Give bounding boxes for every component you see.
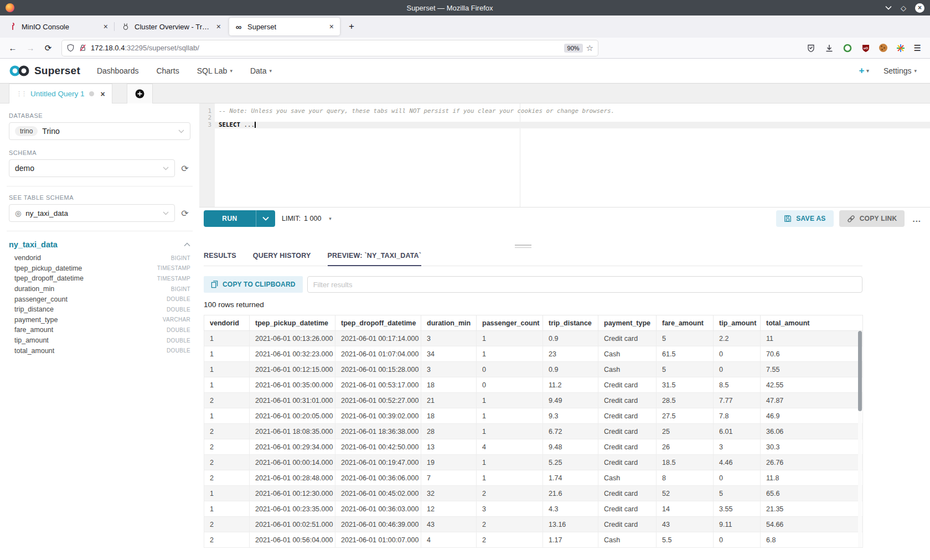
query-tab-active[interactable]: ⋮⋮ Untitled Query 1 × [9, 84, 112, 103]
table-cell: 3 [421, 362, 477, 377]
table-cell: Credit card [598, 501, 657, 517]
new-item-button[interactable]: +▾ [859, 65, 869, 76]
column-header-passenger-count[interactable]: passenger_count [477, 315, 543, 331]
results-tab-query-history[interactable]: QUERY HISTORY [253, 252, 311, 266]
column-header-duration-min[interactable]: duration_min [421, 315, 477, 331]
browser-tabstrip: MinIO Console×Cluster Overview - Trino×∞… [0, 15, 930, 38]
link-icon [847, 215, 855, 223]
panel-resize-handle[interactable] [515, 245, 531, 250]
new-tab-button[interactable]: + [344, 19, 359, 34]
multi-account-extension-icon[interactable] [896, 43, 906, 53]
table-column-row: duration_minBIGINT [9, 284, 190, 294]
table-row: 12021-06-01 00:23:35.0002021-06-01 00:36… [204, 501, 863, 517]
column-header-trip-distance[interactable]: trip_distance [543, 315, 598, 331]
superset-logo[interactable]: Superset [9, 65, 80, 77]
editor-code[interactable]: -- Note: Unless you save your query, the… [215, 103, 930, 207]
column-header-total-amount[interactable]: total_amount [761, 315, 863, 331]
run-options-chevron-icon[interactable] [256, 210, 275, 227]
collapse-chevron-icon[interactable] [184, 242, 190, 247]
save-as-button[interactable]: SAVE AS [776, 210, 833, 227]
nav-item-label: SQL Lab [197, 66, 228, 75]
drag-handle-icon[interactable]: ⋮⋮ [16, 90, 26, 97]
table-row: 12021-06-01 00:12:15.0002021-06-01 00:15… [204, 362, 863, 377]
nav-item-label: Dashboards [97, 66, 139, 75]
results-tab-preview-ny-taxi-data[interactable]: PREVIEW: `NY_TAXI_DATA` [328, 252, 422, 266]
table-cell: 6.01 [714, 424, 761, 439]
run-button-label[interactable]: RUN [204, 210, 256, 227]
trino-favicon [121, 22, 130, 31]
ublock-icon[interactable]: uO [861, 43, 871, 53]
table-schema-select[interactable]: ◎ ny_taxi_data [9, 204, 175, 222]
add-query-tab-button[interactable] [127, 84, 153, 103]
close-tab-icon[interactable]: × [328, 22, 335, 31]
url-text[interactable]: 172.18.0.4:32295/superset/sqllab/ [91, 44, 561, 52]
column-header-fare-amount[interactable]: fare_amount [657, 315, 714, 331]
sql-editor[interactable]: 123 -- Note: Unless you save your query,… [199, 103, 930, 208]
table-cell: 2021-06-01 00:32:23.000 [250, 346, 335, 362]
schema-select[interactable]: demo [9, 159, 175, 177]
table-cell: 21.6 [543, 486, 598, 501]
bookmark-star-icon[interactable]: ☆ [586, 43, 593, 53]
nav-item-sql-lab[interactable]: SQL Lab▾ [188, 59, 241, 83]
table-cell: 4.46 [714, 455, 761, 470]
table-cell: 0 [477, 362, 543, 377]
table-cell: Credit card [598, 424, 657, 439]
column-header-vendorid[interactable]: vendorid [204, 315, 250, 331]
nav-item-dashboards[interactable]: Dashboards [88, 59, 148, 83]
column-header-tpep-pickup-datetime[interactable]: tpep_pickup_datetime [250, 315, 335, 331]
table-cell: Cash [598, 470, 657, 486]
downloads-icon[interactable] [824, 43, 834, 53]
window-close-icon[interactable]: × [915, 3, 924, 13]
sql-text: ... [240, 121, 255, 128]
settings-menu[interactable]: Settings▾ [884, 66, 917, 75]
page-zoom-badge[interactable]: 90% [564, 44, 583, 53]
reload-icon[interactable]: ⟳ [41, 41, 55, 55]
window-maximize-icon[interactable]: ◇ [901, 4, 906, 12]
table-scrollbar-thumb[interactable] [858, 331, 862, 411]
column-header-tpep-dropoff-datetime[interactable]: tpep_dropoff_datetime [335, 315, 421, 331]
window-minimize-icon[interactable] [885, 6, 892, 10]
table-cell: 0.9 [543, 362, 598, 377]
column-header-tip-amount[interactable]: tip_amount [714, 315, 761, 331]
superset-navbar: Superset DashboardsChartsSQL Lab▾Data▾ +… [0, 59, 930, 84]
url-bar[interactable]: 172.18.0.4:32295/superset/sqllab/ 90% ☆ [62, 40, 598, 56]
table-cell: 11.2 [543, 377, 598, 393]
close-tab-icon[interactable]: × [102, 22, 109, 31]
nav-item-data[interactable]: Data▾ [241, 59, 281, 83]
browser-tab-cluster-overview-trino[interactable]: Cluster Overview - Trino× [116, 18, 227, 35]
limit-dropdown[interactable]: LIMIT: 1 000 ▾ [282, 215, 332, 222]
refresh-schema-icon[interactable]: ⟳ [179, 163, 190, 174]
back-icon[interactable]: ← [6, 41, 20, 55]
tracking-shield-icon[interactable] [66, 44, 75, 52]
column-header-payment-type[interactable]: payment_type [598, 315, 657, 331]
database-select[interactable]: trino Trino [9, 122, 190, 140]
browser-tab-superset[interactable]: ∞Superset× [229, 18, 340, 35]
table-name-link[interactable]: ny_taxi_data [9, 240, 58, 249]
run-button[interactable]: RUN [204, 210, 275, 227]
table-cell: 2021-06-01 00:19:47.000 [335, 455, 421, 470]
table-cell: 7.8 [714, 408, 761, 424]
refresh-table-icon[interactable]: ⟳ [179, 208, 190, 219]
table-cell: 9.48 [543, 439, 598, 455]
close-tab-icon[interactable]: × [215, 22, 222, 31]
table-cell: 32 [421, 486, 477, 501]
nav-item-charts[interactable]: Charts [147, 59, 188, 83]
browser-toolbar: ← → ⟳ 172.18.0.4:32295/superset/sqllab/ … [0, 38, 930, 59]
filter-results-input[interactable] [307, 276, 862, 293]
results-tab-results[interactable]: RESULTS [204, 252, 236, 266]
chevron-down-icon: ▾ [329, 216, 332, 221]
ghostery-extension-icon[interactable] [843, 43, 852, 53]
table-cell: 8.5 [714, 377, 761, 393]
pocket-shield-icon[interactable] [806, 43, 816, 53]
table-cell: 26.76 [761, 455, 863, 470]
close-query-tab-icon[interactable]: × [101, 90, 105, 98]
insecure-lock-icon[interactable] [79, 44, 87, 52]
cookie-extension-icon[interactable] [879, 44, 887, 52]
table-cell: 3 [714, 439, 761, 455]
menu-icon[interactable]: ☰ [914, 43, 921, 53]
copy-to-clipboard-button[interactable]: COPY TO CLIPBOARD [204, 276, 303, 293]
more-actions-button[interactable]: ... [910, 214, 923, 224]
copy-link-button[interactable]: COPY LINK [839, 210, 905, 227]
browser-tab-minio-console[interactable]: MinIO Console× [3, 18, 114, 35]
table-cell: 5 [714, 486, 761, 501]
